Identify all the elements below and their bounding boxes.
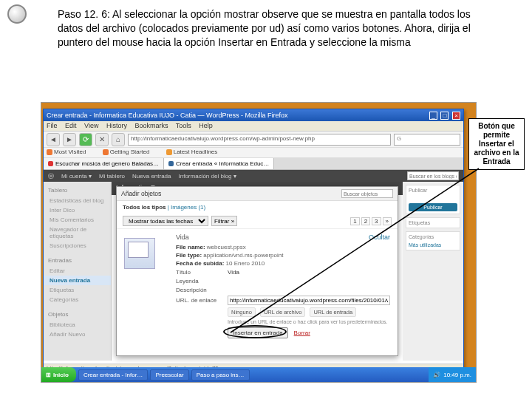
- media-details: Vida Ocultar File name: webcuest.ppsx Fi…: [176, 233, 390, 338]
- side-subs[interactable]: Suscripciones: [44, 241, 111, 250]
- side-interdico[interactable]: Inter Dico: [44, 205, 111, 215]
- back-button[interactable]: ◄: [47, 133, 60, 146]
- reload-button[interactable]: ⟳: [79, 133, 92, 146]
- page-next[interactable]: »: [383, 217, 392, 225]
- menu-bookmarks[interactable]: Bookmarks: [134, 122, 168, 129]
- firefox-titlebar: Crear entrada - Informatica Educativa IU…: [44, 109, 463, 121]
- side-objetos[interactable]: Objetos: [44, 309, 111, 320]
- field-description: Descripción: [176, 287, 390, 293]
- preset-none[interactable]: Ninguno: [228, 307, 256, 317]
- meta-date: Fecha de subida: 10 Enero 2010: [176, 260, 390, 267]
- side-entradas[interactable]: Entradas: [44, 255, 111, 266]
- side-tablero[interactable]: Tablero: [44, 185, 111, 196]
- adminbar-account[interactable]: Mi cuenta ▾: [61, 173, 92, 180]
- tab-all-types[interactable]: Todos los tipos: [123, 204, 166, 211]
- tab-images[interactable]: Imágenes (1): [171, 204, 205, 211]
- windows-taskbar: ⊞ Inicio Crear entrada - Infor… Preescol…: [41, 367, 476, 382]
- menu-view[interactable]: View: [84, 122, 98, 129]
- menu-edit[interactable]: Edit: [65, 122, 77, 129]
- page-3[interactable]: 3: [372, 217, 381, 225]
- adminbar-bloginfo[interactable]: Información del blog ▾: [179, 173, 236, 180]
- firefox-tabs: Escuchar música del genero Baladas… Crea…: [44, 158, 463, 170]
- home-button[interactable]: ⌂: [112, 133, 125, 146]
- menu-file[interactable]: File: [47, 122, 58, 129]
- close-button[interactable]: ×: [452, 112, 460, 120]
- preset-posturl[interactable]: URL de entrada: [310, 307, 356, 317]
- side-biblioteca[interactable]: Biblioteca: [44, 320, 111, 330]
- tab-music[interactable]: Escuchar música del genero Baladas…: [44, 158, 164, 169]
- forward-button[interactable]: ►: [63, 133, 76, 146]
- menu-tools[interactable]: Tools: [176, 122, 191, 129]
- side-etiquetas[interactable]: Etiquetas: [44, 285, 111, 295]
- url-input[interactable]: [228, 296, 390, 305]
- bookmark-headlines[interactable]: Latest Headlines: [166, 149, 225, 155]
- minimize-button[interactable]: _: [429, 112, 437, 120]
- window-title: Crear entrada - Informatica Educativa IU…: [47, 112, 287, 119]
- meta-filetype: File type: application/vnd.ms-powerpoint: [176, 252, 390, 259]
- filter-button[interactable]: Filtrar »: [211, 216, 237, 226]
- firefox-menubar[interactable]: File Edit View History Bookmarks Tools H…: [44, 121, 463, 132]
- adminbar-newpost[interactable]: Nueva entrada: [132, 173, 171, 180]
- tags-box: Etiquetas: [406, 217, 460, 228]
- windows-logo-icon: ⊞: [46, 372, 51, 378]
- media-modal: Añadir objetos Todos los tipos | Imágene…: [116, 186, 398, 356]
- wp-logo-icon[interactable]: ⓦ: [48, 172, 54, 180]
- wp-body: Tablero Estadísticas del blog Inter Dico…: [44, 182, 463, 361]
- clock: 10:49 p.m.: [443, 372, 471, 378]
- categories-box: Categorías Más utilizadas: [406, 231, 460, 250]
- window-buttons: _ □ ×: [428, 112, 460, 120]
- side-comments[interactable]: Mis Comentarios: [44, 215, 111, 225]
- media-title-row: Vida Ocultar: [176, 233, 390, 241]
- bookmark-most-visited[interactable]: Most Visited: [47, 149, 93, 155]
- tray-icon[interactable]: 🔊: [433, 372, 440, 378]
- menu-history[interactable]: History: [106, 122, 127, 129]
- hide-link[interactable]: Ocultar: [369, 233, 390, 241]
- screenshot-container: Crear entrada - Informatica Educativa IU…: [41, 102, 477, 383]
- url-bar[interactable]: http://informaticaeducativaiujo.wordpres…: [128, 134, 391, 146]
- preset-fileurl[interactable]: URL de archivo: [260, 307, 305, 317]
- modal-filter-row: Mostrar todas las fechas Filtrar » 1 2 3…: [117, 214, 398, 229]
- modal-type-tabs: Todos los tipos | Imágenes (1): [117, 201, 398, 214]
- start-button[interactable]: ⊞ Inicio: [41, 367, 76, 382]
- stop-button[interactable]: ✕: [95, 133, 109, 146]
- system-tray[interactable]: 🔊 10:49 p.m.: [429, 367, 476, 382]
- side-categorias[interactable]: Categorías: [44, 295, 111, 304]
- adminbar-dashboard[interactable]: Mi tablero: [99, 173, 125, 180]
- bookmark-getting-started[interactable]: Getting Started: [103, 149, 157, 155]
- media-name: Vida: [176, 233, 189, 241]
- file-thumbnail-icon: [124, 238, 155, 269]
- side-tagnav[interactable]: Navegador de etiquetas: [44, 225, 111, 241]
- task-paso[interactable]: Paso a paso ins…: [191, 369, 250, 381]
- action-row: Insertar en entrada Borrar: [228, 327, 390, 338]
- side-editar[interactable]: Editar: [44, 266, 111, 276]
- field-title: Título Vida: [176, 269, 390, 276]
- side-stats[interactable]: Estadísticas del blog: [44, 196, 111, 205]
- page-1[interactable]: 1: [350, 217, 359, 225]
- field-caption: Leyenda: [176, 278, 390, 284]
- date-filter-select[interactable]: Mostrar todas las fechas: [123, 216, 208, 226]
- firefox-window: Crear entrada - Informatica Educativa IU…: [43, 109, 464, 375]
- modal-search[interactable]: [341, 189, 393, 198]
- tab-wordpress[interactable]: Crear entrada « Informatica Educ…: [164, 158, 274, 169]
- page-2[interactable]: 2: [361, 217, 370, 225]
- instruction-text: Paso 12. 6: Al seleccionar la opción mos…: [58, 7, 488, 50]
- side-anadir[interactable]: Añadir Nuevo: [44, 330, 111, 339]
- wp-adminbar: ⓦ Mi cuenta ▾ Mi tablero Nueva entrada I…: [44, 170, 463, 182]
- maximize-button[interactable]: □: [440, 112, 449, 120]
- wp-main: Informatica E Añadir objetos Todos los t…: [112, 182, 403, 361]
- publish-button[interactable]: Publicar: [409, 203, 457, 211]
- url-preset-row: Ninguno URL de archivo URL de entrada: [228, 307, 390, 317]
- side-nueva-entrada[interactable]: Nueva entrada: [44, 276, 111, 285]
- task-preescolar[interactable]: Preescolar: [150, 369, 188, 381]
- adminbar-search[interactable]: [407, 171, 459, 180]
- modal-title: Añadir objetos: [121, 190, 161, 197]
- field-url: URL. de enlace: [176, 296, 390, 305]
- slide-decoration: [7, 4, 27, 24]
- task-firefox[interactable]: Crear entrada - Infor…: [78, 369, 148, 381]
- search-box[interactable]: G: [394, 134, 460, 146]
- insert-into-post-button[interactable]: Insertar en entrada: [228, 327, 288, 338]
- modal-header: Añadir objetos: [117, 187, 398, 201]
- menu-help[interactable]: Help: [199, 122, 213, 129]
- delete-link[interactable]: Borrar: [294, 330, 310, 336]
- callout-box: Botón que permite Insertar el archivo en…: [468, 118, 525, 170]
